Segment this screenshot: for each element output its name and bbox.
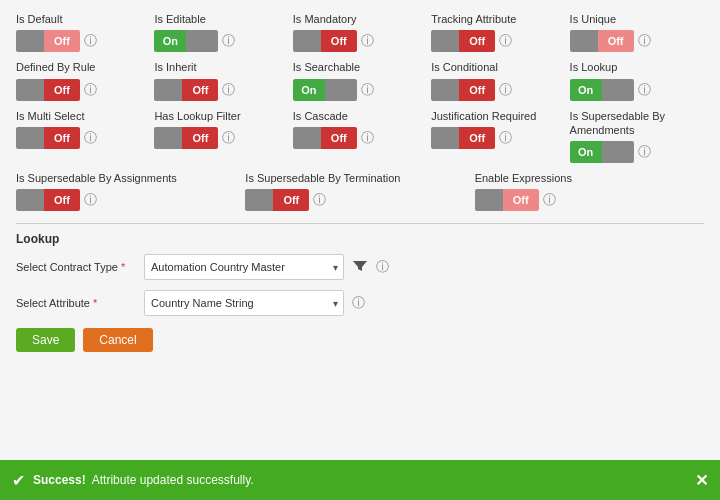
toggle-row-tracking-attribute: Off ⓘ (431, 30, 565, 52)
label-has-lookup-filter: Has Lookup Filter (154, 109, 288, 123)
success-check-icon: ✔ (12, 471, 25, 490)
toggle-row-is-supersedable-assignments: Off ⓘ (16, 189, 241, 211)
label-is-default: Is Default (16, 12, 150, 26)
toggle-row-justification-required: Off ⓘ (431, 127, 565, 149)
help-contract-type[interactable]: ⓘ (376, 258, 389, 276)
label-is-conditional: Is Conditional (431, 60, 565, 74)
toggle-defined-by-rule[interactable]: Off (16, 79, 80, 101)
help-is-supersedable-assignments[interactable]: ⓘ (84, 191, 97, 209)
success-close-button[interactable]: ✕ (695, 471, 708, 490)
help-is-supersedable-amendments[interactable]: ⓘ (638, 143, 651, 161)
help-enable-expressions[interactable]: ⓘ (543, 191, 556, 209)
success-message: Success! Attribute updated successfully. (33, 473, 254, 487)
label-is-inherit: Is Inherit (154, 60, 288, 74)
help-defined-by-rule[interactable]: ⓘ (84, 81, 97, 99)
select-wrapper-contract-type: Automation Country Master (144, 254, 344, 280)
field-is-conditional: Is Conditional Off ⓘ (431, 60, 565, 100)
form-row-attribute: Select Attribute * Country Name String ⓘ (16, 290, 704, 316)
toggle-is-supersedable-assignments[interactable]: Off (16, 189, 80, 211)
action-buttons: Save Cancel (16, 328, 704, 352)
select-wrapper-attribute: Country Name String (144, 290, 344, 316)
toggle-row-is-cascade: Off ⓘ (293, 127, 427, 149)
cancel-button[interactable]: Cancel (83, 328, 152, 352)
success-title: Success! (33, 473, 86, 487)
label-tracking-attribute: Tracking Attribute (431, 12, 565, 26)
field-is-supersedable-amendments: Is Supersedable By Amendments On ⓘ (570, 109, 704, 164)
toggle-row-is-unique: Off ⓘ (570, 30, 704, 52)
toggle-is-supersedable-termination[interactable]: Off (245, 189, 309, 211)
label-is-multi-select: Is Multi Select (16, 109, 150, 123)
toggle-row-is-supersedable-termination: Off ⓘ (245, 189, 470, 211)
field-defined-by-rule: Defined By Rule Off ⓘ (16, 60, 150, 100)
lookup-title: Lookup (16, 232, 704, 246)
label-is-mandatory: Is Mandatory (293, 12, 427, 26)
help-tracking-attribute[interactable]: ⓘ (499, 32, 512, 50)
toggle-is-lookup[interactable]: On (570, 79, 634, 101)
field-is-cascade: Is Cascade Off ⓘ (293, 109, 427, 164)
help-is-multi-select[interactable]: ⓘ (84, 129, 97, 147)
toggle-is-unique[interactable]: Off (570, 30, 634, 52)
toggle-row-is-multi-select: Off ⓘ (16, 127, 150, 149)
help-is-mandatory[interactable]: ⓘ (361, 32, 374, 50)
toggle-row-is-inherit: Off ⓘ (154, 79, 288, 101)
help-is-inherit[interactable]: ⓘ (222, 81, 235, 99)
toggle-row-enable-expressions: Off ⓘ (475, 189, 700, 211)
field-is-supersedable-termination: Is Supersedable By Termination Off ⓘ (245, 171, 470, 211)
field-is-supersedable-assignments: Is Supersedable By Assignments Off ⓘ (16, 171, 241, 211)
help-attribute[interactable]: ⓘ (352, 294, 365, 312)
help-is-searchable[interactable]: ⓘ (361, 81, 374, 99)
field-is-unique: Is Unique Off ⓘ (570, 12, 704, 52)
toggle-is-mandatory[interactable]: Off (293, 30, 357, 52)
help-is-supersedable-termination[interactable]: ⓘ (313, 191, 326, 209)
help-is-editable[interactable]: ⓘ (222, 32, 235, 50)
toggle-has-lookup-filter[interactable]: Off (154, 127, 218, 149)
help-is-conditional[interactable]: ⓘ (499, 81, 512, 99)
toggle-row-has-lookup-filter: Off ⓘ (154, 127, 288, 149)
main-container: Is Default Off ⓘ Is Editable On ⓘ (0, 0, 720, 460)
save-button[interactable]: Save (16, 328, 75, 352)
filter-icon-button[interactable] (352, 258, 368, 277)
help-is-unique[interactable]: ⓘ (638, 32, 651, 50)
help-is-default[interactable]: ⓘ (84, 32, 97, 50)
help-is-cascade[interactable]: ⓘ (361, 129, 374, 147)
label-is-unique: Is Unique (570, 12, 704, 26)
toggle-justification-required[interactable]: Off (431, 127, 495, 149)
toggle-is-supersedable-amendments[interactable]: On (570, 141, 634, 163)
select-contract-type[interactable]: Automation Country Master (144, 254, 344, 280)
label-is-supersedable-assignments: Is Supersedable By Assignments (16, 171, 241, 185)
field-is-editable: Is Editable On ⓘ (154, 12, 288, 52)
label-is-supersedable-amendments: Is Supersedable By Amendments (570, 109, 704, 138)
toggle-is-editable[interactable]: On (154, 30, 218, 52)
label-is-searchable: Is Searchable (293, 60, 427, 74)
help-is-lookup[interactable]: ⓘ (638, 81, 651, 99)
toggle-row-is-editable: On ⓘ (154, 30, 288, 52)
toggle-is-searchable[interactable]: On (293, 79, 357, 101)
toggle-is-multi-select[interactable]: Off (16, 127, 80, 149)
field-is-searchable: Is Searchable On ⓘ (293, 60, 427, 100)
toggle-enable-expressions[interactable]: Off (475, 189, 539, 211)
toggle-is-default[interactable]: Off (16, 30, 80, 52)
form-row-contract-type: Select Contract Type * Automation Countr… (16, 254, 704, 280)
help-has-lookup-filter[interactable]: ⓘ (222, 129, 235, 147)
success-bar: ✔ Success! Attribute updated successfull… (0, 460, 720, 500)
toggle-row-is-searchable: On ⓘ (293, 79, 427, 101)
required-star-attribute: * (93, 297, 97, 309)
help-justification-required[interactable]: ⓘ (499, 129, 512, 147)
toggle-row-is-mandatory: Off ⓘ (293, 30, 427, 52)
toggle-row-is-default: Off ⓘ (16, 30, 150, 52)
toggle-row-is-lookup: On ⓘ (570, 79, 704, 101)
label-defined-by-rule: Defined By Rule (16, 60, 150, 74)
field-is-default: Is Default Off ⓘ (16, 12, 150, 52)
field-is-multi-select: Is Multi Select Off ⓘ (16, 109, 150, 164)
label-attribute: Select Attribute * (16, 297, 136, 309)
toggle-is-cascade[interactable]: Off (293, 127, 357, 149)
toggle-is-inherit[interactable]: Off (154, 79, 218, 101)
select-attribute[interactable]: Country Name String (144, 290, 344, 316)
label-is-editable: Is Editable (154, 12, 288, 26)
required-star-contract: * (121, 261, 125, 273)
toggle-tracking-attribute[interactable]: Off (431, 30, 495, 52)
label-enable-expressions: Enable Expressions (475, 171, 700, 185)
field-tracking-attribute: Tracking Attribute Off ⓘ (431, 12, 565, 52)
toggle-is-conditional[interactable]: Off (431, 79, 495, 101)
field-justification-required: Justification Required Off ⓘ (431, 109, 565, 164)
